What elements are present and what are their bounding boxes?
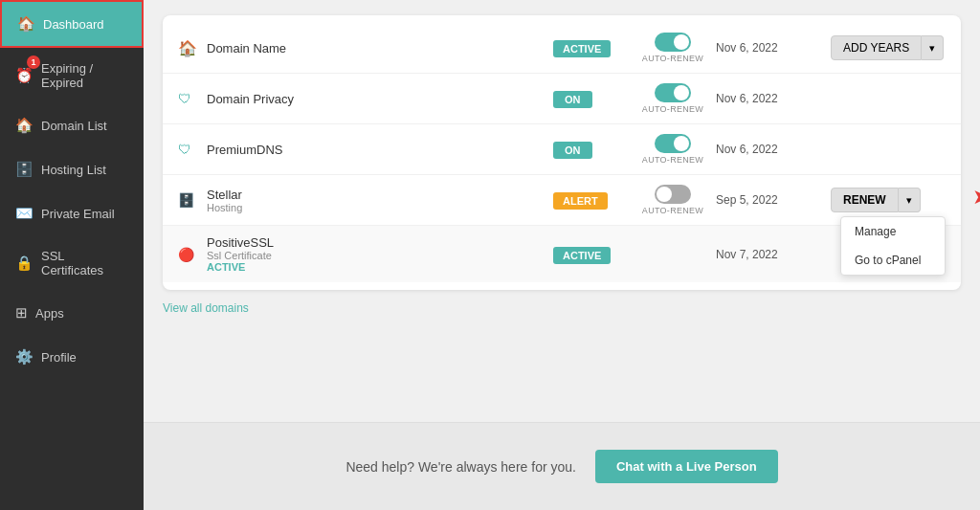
private-email-icon: ✉️ (15, 205, 33, 222)
toggle-wrap: AUTO-RENEW (642, 134, 703, 165)
expiring-icon: ⏰ (15, 67, 33, 84)
sidebar-item-hosting-list[interactable]: 🗄️ Hosting List (0, 147, 144, 191)
table-row: 🗄️ Stellar Hosting ALERT AUTO-RENEW Sep (163, 175, 961, 226)
services-card: 🏠 Domain Name ACTIVE AUTO-RENEW Nov 6, 2… (163, 15, 961, 290)
domain-name-label: Domain Name (207, 41, 286, 55)
privacy-icon-col: 🛡 (178, 90, 207, 107)
dns-date-col: Nov 6, 2022 (716, 143, 831, 156)
stellar-action-col: RENEW ▾ Manage Go to cPanel (831, 188, 946, 212)
auto-renew-toggle[interactable] (655, 33, 691, 52)
status-badge: ACTIVE (553, 247, 611, 264)
ssl-name-label: PositiveSSL (207, 235, 274, 250)
sidebar-label-ssl: SSL Certificates (41, 249, 128, 277)
toggle-wrap: AUTO-RENEW (642, 83, 703, 114)
privacy-status-col: ON (553, 90, 630, 107)
ssl-sub-label: Ssl Certificate (207, 250, 553, 261)
dashboard-icon: 🏠 (17, 15, 35, 33)
stellar-date: Sep 5, 2022 (716, 193, 778, 207)
shield-icon: 🛡 (178, 91, 191, 106)
ssl-icon-col: 🔴 (178, 246, 207, 263)
domain-list-icon: 🏠 (15, 117, 33, 134)
add-years-dropdown-button[interactable]: ▾ (922, 35, 944, 60)
dropdown-manage[interactable]: Manage (841, 217, 945, 246)
sidebar-item-private-email[interactable]: ✉️ Private Email (0, 191, 144, 235)
status-badge: ALERT (553, 192, 608, 210)
sidebar-label-profile: Profile (41, 350, 77, 365)
privacy-name-label: Domain Privacy (207, 92, 294, 106)
dns-status-col: ON (553, 141, 630, 158)
footer: Need help? We're always here for you. Ch… (144, 422, 980, 510)
server-icon: 🗄️ (178, 192, 194, 208)
content-area: 🏠 Domain Name ACTIVE AUTO-RENEW Nov 6, 2… (144, 0, 980, 422)
stellar-sub-label: Hosting (207, 202, 553, 213)
sidebar-item-ssl-certificates[interactable]: 🔒 SSL Certificates (0, 235, 144, 291)
privacy-date: Nov 6, 2022 (716, 92, 778, 105)
toggle-wrap: AUTO-RENEW (642, 185, 703, 215)
domain-date: Nov 6, 2022 (716, 41, 778, 55)
renew-split-button: RENEW ▾ (831, 188, 921, 212)
sidebar-item-dashboard[interactable]: 🏠 Dashboard (0, 0, 144, 48)
domain-status-col: ACTIVE (553, 39, 630, 56)
privacy-name-col: Domain Privacy (207, 92, 553, 106)
table-row: 🏠 Domain Name ACTIVE AUTO-RENEW Nov 6, 2… (163, 23, 961, 74)
dns-auto-renew-label: AUTO-RENEW (642, 155, 703, 165)
status-badge: ACTIVE (553, 40, 611, 57)
hosting-list-icon: 🗄️ (15, 161, 33, 178)
apps-icon: ⊞ (15, 304, 28, 322)
privacy-auto-renew-label: AUTO-RENEW (642, 104, 703, 114)
renew-dropdown-button[interactable]: ▾ (899, 188, 921, 212)
dns-icon: 🛡 (178, 142, 191, 157)
stellar-date-col: Sep 5, 2022 (716, 193, 831, 207)
dns-toggle-col: AUTO-RENEW (630, 134, 716, 165)
sidebar-item-apps[interactable]: ⊞ Apps (0, 291, 144, 335)
dropdown-cpanel[interactable]: Go to cPanel (841, 246, 945, 275)
domain-icon-col: 🏠 (178, 39, 207, 57)
main-content: 🏠 Domain Name ACTIVE AUTO-RENEW Nov 6, 2… (144, 0, 980, 510)
sidebar: 🏠 Dashboard ⏰ Expiring / Expired 1 🏠 Dom… (0, 0, 144, 510)
ssl-cert-icon: 🔴 (178, 247, 194, 262)
add-years-button[interactable]: ADD YEARS (831, 35, 922, 60)
domain-date-col: Nov 6, 2022 (716, 41, 831, 55)
sidebar-label-expiring: Expiring / Expired (41, 61, 128, 90)
domain-action-col: ADD YEARS ▾ (831, 35, 946, 60)
ssl-date-col: Nov 7, 2022 (716, 248, 831, 261)
table-row: 🛡 PremiumDNS ON AUTO-RENEW Nov 6, 2022 (163, 124, 961, 175)
dns-date: Nov 6, 2022 (716, 143, 778, 156)
dns-auto-renew-toggle[interactable] (655, 134, 691, 153)
footer-help-text: Need help? We're always here for you. (345, 459, 576, 475)
auto-renew-label: AUTO-RENEW (642, 54, 703, 63)
sidebar-label-hosting-list: Hosting List (41, 163, 106, 177)
status-badge: ON (553, 91, 592, 108)
stellar-auto-renew-toggle[interactable] (655, 185, 691, 204)
stellar-name-label: Stellar (207, 188, 242, 202)
sidebar-label-dashboard: Dashboard (43, 17, 104, 32)
stellar-status-col: ALERT (553, 191, 630, 209)
dns-name-col: PremiumDNS (207, 143, 553, 157)
domain-toggle-col: AUTO-RENEW (630, 33, 716, 63)
stellar-icon-col: 🗄️ (178, 191, 207, 209)
arrow-icon-1: ➤ (972, 185, 980, 210)
sidebar-item-profile[interactable]: ⚙️ Profile (0, 335, 144, 379)
profile-icon: ⚙️ (15, 348, 33, 366)
ssl-name-col: PositiveSSL Ssl Certificate ACTIVE (207, 235, 553, 273)
stellar-name-col: Stellar Hosting (207, 188, 553, 213)
renew-button[interactable]: RENEW (831, 188, 899, 212)
renew-dropdown-menu: Manage Go to cPanel (840, 216, 946, 276)
view-all-link[interactable]: View all domains (163, 301, 961, 315)
ssl-date: Nov 7, 2022 (716, 248, 778, 261)
ssl-icon: 🔒 (15, 255, 33, 272)
stellar-toggle-col: AUTO-RENEW (630, 185, 716, 215)
home-icon: 🏠 (178, 40, 197, 56)
toggle-wrap: AUTO-RENEW (642, 33, 703, 63)
privacy-auto-renew-toggle[interactable] (655, 83, 691, 102)
dns-name-label: PremiumDNS (207, 143, 282, 157)
sidebar-item-domain-list[interactable]: 🏠 Domain List (0, 103, 144, 147)
dns-icon-col: 🛡 (178, 141, 207, 158)
chat-button[interactable]: Chat with a Live Person (595, 450, 778, 483)
sidebar-label-apps: Apps (35, 306, 64, 321)
sidebar-label-private-email: Private Email (41, 207, 115, 221)
privacy-toggle-col: AUTO-RENEW (630, 83, 716, 114)
privacy-date-col: Nov 6, 2022 (716, 92, 831, 105)
domain-name-col: Domain Name (207, 41, 553, 55)
sidebar-item-expiring[interactable]: ⏰ Expiring / Expired 1 (0, 48, 144, 103)
